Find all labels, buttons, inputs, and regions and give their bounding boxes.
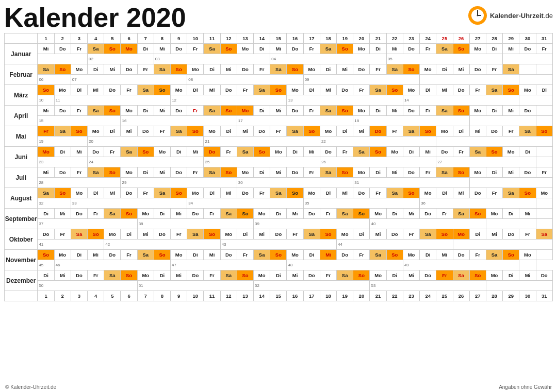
august-week-row: 32 33 34 35 36 (5, 198, 553, 209)
apr-wk17: 18 (353, 116, 469, 126)
feb-17: Mo (303, 64, 320, 75)
jun-wk24: 25 (204, 157, 320, 167)
aug-20: Do (353, 188, 370, 198)
okt-27: Di (469, 229, 486, 240)
jan-15: Mi (270, 44, 287, 54)
sep-17: Do (303, 209, 320, 219)
sep-wk38: 39 (254, 219, 370, 229)
sep-12: Sa (220, 209, 237, 219)
apr-wk16: 17 (237, 116, 353, 126)
bot-31: 31 (536, 291, 552, 301)
hdr-2: 2 (54, 33, 71, 44)
feb-empty (519, 75, 553, 85)
feb-15: Sa (270, 64, 287, 75)
jun-wk26: 27 (436, 157, 536, 167)
hdr-18: 18 (320, 33, 336, 44)
okt-3: Sa (71, 229, 87, 240)
jul-20: Mo (353, 167, 370, 178)
mai-8: Fr (154, 126, 170, 137)
nov-22: So (386, 250, 403, 260)
dez-22: Di (386, 270, 403, 281)
okt-22: Do (386, 229, 403, 240)
aug-21: Fr (370, 188, 386, 198)
feb-wk7: 08 (187, 75, 303, 85)
sep-28: Mo (486, 209, 502, 219)
mar-4: Mi (88, 85, 104, 95)
bot-27: 27 (469, 291, 486, 301)
hdr-12: 12 (220, 33, 237, 44)
nov-26: Do (453, 250, 469, 260)
jul-22: Mi (386, 167, 403, 178)
nov-30: Mo (519, 250, 536, 260)
jan-31: Fr (536, 44, 552, 54)
jan-wk2: 02 (88, 54, 154, 64)
hdr-31: 31 (536, 33, 552, 44)
footer-right: Angaben ohne Gewähr (499, 384, 552, 390)
feb-5: Mi (104, 64, 121, 75)
nov-27: Fr (469, 250, 486, 260)
nov-21: Sa (370, 250, 386, 260)
hdr-6: 6 (121, 33, 137, 44)
aug-28: Fr (486, 188, 502, 198)
dezember-label: Dezember (5, 270, 38, 291)
dez-26: Sa (453, 270, 469, 281)
jan-4: Sa (88, 44, 104, 54)
dez-18: Fr (320, 270, 336, 281)
feb-4: Di (88, 64, 104, 75)
aug-wk31: 32 (38, 198, 71, 209)
nov-wk48: 49 (403, 260, 519, 270)
mai-row: Mai Fr Sa So Mo Di Mi Do Fr Sa So Mo Di … (5, 126, 553, 137)
okt-wk41: 42 (104, 240, 220, 250)
bot-13: 13 (237, 291, 253, 301)
okt-14: Mi (254, 229, 270, 240)
jun-18: Do (320, 147, 336, 157)
jun-25: Do (436, 147, 453, 157)
oktober-row: Oktober Do Fr Sa So Mo Di Mi Do Fr Sa So… (5, 229, 553, 240)
mar-26: Do (453, 85, 469, 95)
dez-2: Mi (54, 270, 71, 281)
bot-19: 19 (337, 291, 353, 301)
okt-21: Mi (370, 229, 386, 240)
jul-8: Mi (154, 167, 170, 178)
hdr-11: 11 (204, 33, 220, 44)
feb-25: Di (436, 64, 453, 75)
mar-7: Sa (137, 85, 154, 95)
mai-29: Fr (503, 126, 519, 137)
aug-4: Di (88, 188, 104, 198)
sep-5: Sa (104, 209, 121, 219)
mar-8: So (154, 85, 170, 95)
mai-16: Sa (287, 126, 303, 137)
aug-1: Sa (38, 188, 54, 198)
okt-wk42: 43 (220, 240, 336, 250)
dez-27: So (469, 270, 486, 281)
jul-5: So (104, 167, 121, 178)
jun-31 (536, 147, 552, 157)
sep-23: Mi (403, 209, 419, 219)
mai-23: Sa (403, 126, 419, 137)
hdr-22: 22 (386, 33, 403, 44)
footer-left: © Kalender-Uhrzeit.de (5, 384, 56, 390)
sep-19: Sa (337, 209, 353, 219)
jan-11: Sa (204, 44, 220, 54)
apr-9: Do (171, 106, 187, 116)
nov-wk47: 48 (287, 260, 403, 270)
sep-wk39: 40 (370, 219, 486, 229)
jul-7: Di (137, 167, 154, 178)
hdr-17: 17 (303, 33, 320, 44)
mar-19: Do (337, 85, 353, 95)
nov-25: Mi (436, 250, 453, 260)
bot-22: 22 (386, 291, 403, 301)
apr-6: Mo (121, 106, 137, 116)
sep-3: Do (71, 209, 87, 219)
feb-30 (519, 64, 536, 75)
sep-31 (536, 209, 552, 219)
okt-15: Do (270, 229, 287, 240)
dezember-row: Dezember Di Mi Do Fr Sa So Mo Di Mi Do F… (5, 270, 553, 281)
okt-4: So (88, 229, 104, 240)
nov-15: So (270, 250, 287, 260)
september-label: September (5, 209, 38, 229)
august-label: August (5, 188, 38, 209)
jul-21: Di (370, 167, 386, 178)
mai-4: Mo (88, 126, 104, 137)
jul-3: Fr (71, 167, 87, 178)
